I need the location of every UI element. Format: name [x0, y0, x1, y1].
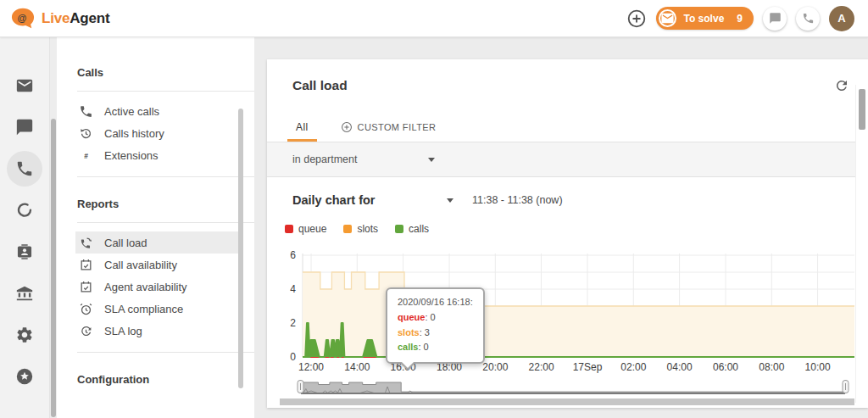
rail-item-contacts[interactable]: [15, 242, 34, 261]
page-title: Call load: [292, 78, 348, 93]
rail-item-phone[interactable]: [15, 159, 34, 178]
loop-icon: [15, 201, 34, 220]
rail-item-star[interactable]: [15, 367, 34, 386]
svg-text:20:00: 20:00: [482, 361, 508, 373]
legend-swatch: [285, 225, 293, 233]
rail-item-bank[interactable]: [15, 284, 34, 303]
sidebar-item-label: Active calls: [104, 105, 159, 118]
rail-item-gear[interactable]: [15, 326, 34, 344]
phone-icon: [15, 159, 34, 178]
legend-item-slots[interactable]: slots: [343, 223, 378, 235]
panel-scrollbar[interactable]: [855, 85, 868, 403]
svg-text:22:00: 22:00: [529, 361, 554, 373]
logo-text: LiveAgent: [42, 10, 109, 27]
call-load-panel: Call load AllCUSTOM FILTER in department…: [267, 59, 868, 408]
chart-navigator[interactable]: [280, 378, 854, 396]
svg-text:@: @: [18, 12, 27, 22]
logo-bubble-icon: @: [10, 7, 36, 31]
sidebar-items: Call loadCall availabilityAgent availabi…: [75, 223, 243, 352]
sidebar-item-sla-compliance[interactable]: SLA compliance: [75, 298, 243, 320]
tab-bar: AllCUSTOM FILTER: [267, 112, 868, 142]
plus-circle-icon[interactable]: [626, 8, 647, 29]
sidebar-item-label: SLA compliance: [104, 303, 183, 315]
sidebar-items: Active callsCalls history#Extensions: [75, 92, 243, 176]
call-load-icon: [79, 236, 93, 250]
tab-all[interactable]: All: [287, 112, 317, 142]
contacts-icon: [15, 242, 34, 261]
svg-text:14:00: 14:00: [344, 361, 370, 373]
sidebar-item-label: Call load: [104, 237, 147, 249]
mail-icon: [15, 76, 34, 95]
hash-icon: #: [79, 148, 93, 163]
panel-scrollbar-thumb[interactable]: [859, 89, 865, 130]
calendar-check-icon: [79, 258, 93, 272]
sidebar-item-sla-log[interactable]: SLA log: [75, 320, 243, 342]
horizontal-scrollbar[interactable]: [280, 398, 854, 405]
sidebar-item-agent-availability[interactable]: Agent availability: [75, 276, 243, 298]
to-solve-count: 9: [737, 13, 743, 25]
horizontal-scrollbar-thumb[interactable]: [280, 398, 854, 405]
sidebar-item-calls-history[interactable]: Calls history: [75, 122, 243, 144]
tab-label: CUSTOM FILTER: [358, 122, 437, 132]
icon-rail: [0, 37, 49, 418]
svg-text:06:00: 06:00: [713, 361, 738, 373]
sidebar-section-title: Calls: [57, 46, 254, 91]
sidebar-scrollbar-thumb[interactable]: [238, 109, 243, 388]
chart-chevron-down-icon[interactable]: [447, 198, 453, 203]
sidebar-section-title: Configuration: [57, 353, 254, 398]
tab-label: All: [296, 121, 309, 133]
chat-icon: [769, 12, 782, 25]
refresh-icon[interactable]: [834, 78, 849, 93]
svg-text:08:00: 08:00: [759, 361, 784, 373]
svg-text:2: 2: [290, 317, 296, 329]
legend-swatch: [395, 225, 403, 233]
sidebar-item-label: Extensions: [104, 149, 159, 162]
svg-text:0: 0: [290, 351, 296, 363]
circle-plus-icon: [341, 121, 353, 133]
sidebar-section-title: Reports: [57, 177, 254, 222]
svg-text:6: 6: [290, 249, 296, 261]
legend-label: calls: [409, 223, 429, 235]
tooltip-row: slots: 3: [398, 326, 473, 341]
liveagent-logo[interactable]: @ LiveAgent: [10, 7, 109, 31]
top-header: @ LiveAgent To solve 9 A: [0, 0, 868, 37]
sidebar-item-call-availability[interactable]: Call availability: [75, 254, 243, 276]
legend-item-queue[interactable]: queue: [285, 223, 326, 235]
to-solve-button[interactable]: To solve 9: [656, 7, 754, 30]
chart-tooltip: 2020/09/16 16:18: queue: 0slots: 3calls:…: [386, 287, 485, 364]
rail-scrollbar[interactable]: [49, 37, 57, 418]
tooltip-row: queue: 0: [398, 310, 473, 326]
svg-text:10:00: 10:00: [805, 361, 831, 373]
rail-item-loop[interactable]: [15, 201, 34, 220]
legend-item-calls[interactable]: calls: [395, 223, 429, 235]
daily-chart[interactable]: 12:0014:0016:0018:0020:0022:0017Sep02:00…: [280, 246, 854, 375]
chart-area: 12:0014:0016:0018:0020:0022:0017Sep02:00…: [280, 246, 854, 405]
calls-button[interactable]: [796, 7, 820, 31]
rail-item-mail[interactable]: [15, 76, 34, 95]
sidebar: CallsActive callsCalls history#Extension…: [57, 37, 254, 418]
svg-text:#: #: [84, 152, 88, 160]
phone-icon: [79, 104, 93, 119]
svg-text:17Sep: 17Sep: [573, 361, 603, 373]
sidebar-item-call-load[interactable]: Call load: [75, 231, 243, 254]
to-solve-label: To solve: [684, 13, 725, 25]
phone-icon: [802, 12, 815, 25]
department-filter[interactable]: in department: [267, 142, 868, 177]
rail-item-chat[interactable]: [15, 118, 34, 137]
avatar[interactable]: A: [829, 6, 854, 31]
tooltip-header: 2020/09/16 16:18:: [398, 295, 473, 310]
sidebar-item-active-calls[interactable]: Active calls: [75, 100, 243, 122]
sidebar-item-extensions[interactable]: #Extensions: [75, 144, 243, 166]
chart-legend: queueslotscalls: [285, 223, 868, 235]
chart-time-range: 11:38 - 11:38 (now): [472, 194, 563, 206]
rail-scrollbar-thumb[interactable]: [51, 119, 56, 417]
tab-custom-filter[interactable]: CUSTOM FILTER: [332, 112, 445, 142]
sidebar-item-label: Calls history: [104, 127, 164, 140]
svg-text:02:00: 02:00: [620, 361, 646, 373]
chart-header: Daily chart for 11:38 - 11:38 (now): [292, 192, 868, 209]
chats-button[interactable]: [763, 7, 787, 31]
envelope-icon: [659, 9, 676, 27]
legend-label: slots: [357, 223, 378, 235]
legend-swatch: [343, 225, 352, 233]
sidebar-item-label: Agent availability: [104, 281, 187, 293]
